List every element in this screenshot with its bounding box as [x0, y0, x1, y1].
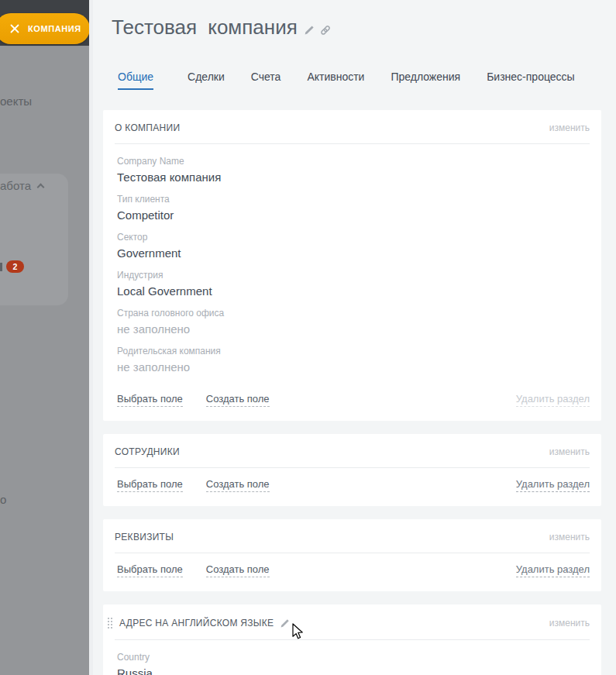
edit-title-pencil-icon[interactable] — [305, 25, 315, 35]
tab-invoices[interactable]: Счета — [251, 71, 281, 90]
drag-handle-icon[interactable] — [107, 617, 113, 629]
sidebar-text-fragment — [0, 263, 2, 271]
page-title: Тестовая компания — [112, 15, 298, 40]
edit-section-link[interactable]: изменить — [549, 446, 590, 457]
section-title: СОТРУДНИКИ — [115, 446, 180, 457]
create-field-link[interactable]: Создать поле — [206, 393, 270, 407]
section-header: АДРЕС НА АНГЛИЙСКОМ ЯЗЫКЕ изменить — [103, 604, 601, 639]
field-country: Country Russia — [117, 652, 590, 675]
field-value: Government — [117, 246, 590, 260]
sidebar-item-fragment: о — [0, 493, 6, 506]
section-title: АДРЕС НА АНГЛИЙСКОМ ЯЗЫКЕ — [119, 618, 274, 629]
tab-bar: Общие Сделки Счета Активности Предложени… — [118, 71, 616, 90]
section-header: СОТРУДНИКИ изменить — [103, 434, 601, 467]
field-label: Тип клиента — [117, 194, 590, 205]
section-header: РЕКВИЗИТЫ изменить — [103, 519, 601, 553]
sidebar-item-mywork-label: абота — [0, 179, 31, 192]
section-employees: СОТРУДНИКИ изменить Выбрать поле Создать… — [103, 434, 601, 506]
field-label: Индустрия — [117, 270, 590, 281]
create-field-link[interactable]: Создать поле — [206, 478, 270, 492]
section-about-company: О КОМПАНИИ изменить Company Name Тестова… — [103, 110, 601, 421]
field-value-empty: не заполнено — [117, 360, 590, 374]
delete-section-link[interactable]: Удалить раздел — [516, 393, 590, 407]
page-title-row: Тестовая компания — [112, 15, 616, 40]
section-header: О КОМПАНИИ изменить — [103, 110, 601, 143]
field-list: Company Name Тестовая компания Тип клиен… — [103, 144, 601, 385]
field-value-empty: не заполнено — [117, 322, 590, 336]
tab-deals[interactable]: Сделки — [188, 71, 225, 90]
field-list: Country Russia — [103, 640, 601, 675]
section-requisites: РЕКВИЗИТЫ изменить Выбрать поле Создать … — [103, 519, 601, 591]
section-footer: Выбрать поле Создать поле Удалить раздел — [103, 385, 601, 421]
delete-section-link[interactable]: Удалить раздел — [516, 478, 590, 492]
edit-section-link[interactable]: изменить — [549, 618, 590, 629]
create-field-link[interactable]: Создать поле — [206, 563, 270, 577]
delete-section-link[interactable]: Удалить раздел — [516, 563, 590, 577]
field-label: Country — [117, 652, 590, 663]
section-title: О КОМПАНИИ — [115, 122, 180, 133]
overlay-button-label: КОМПАНИЯ — [28, 24, 81, 33]
sidebar-widget-panel — [0, 174, 68, 305]
field-value: Russia — [117, 666, 590, 675]
select-field-link[interactable]: Выбрать поле — [117, 393, 183, 407]
field-label: Сектор — [117, 232, 590, 243]
section-address-english: АДРЕС НА АНГЛИЙСКОМ ЯЗЫКЕ изменить Count… — [103, 604, 601, 675]
field-value: Тестовая компания — [117, 170, 590, 184]
sidebar-item-mywork-fragment: абота — [0, 179, 43, 192]
sidebar-item-projects-fragment: оекты — [0, 95, 32, 108]
select-field-link[interactable]: Выбрать поле — [117, 563, 183, 577]
copy-link-icon[interactable] — [320, 25, 331, 36]
field-value: Local Government — [117, 284, 590, 298]
field-parent-company: Родительская компания не заполнено — [117, 346, 590, 374]
edit-section-link[interactable]: изменить — [549, 532, 590, 542]
section-footer: Выбрать поле Создать поле Удалить раздел — [103, 468, 601, 506]
tab-business-processes[interactable]: Бизнес-процессы — [487, 71, 574, 90]
company-overlay-close-button[interactable]: КОМПАНИЯ — [0, 13, 90, 44]
tab-general[interactable]: Общие — [118, 71, 153, 90]
tab-quotes[interactable]: Предложения — [391, 71, 460, 90]
close-icon[interactable] — [10, 24, 19, 33]
field-sector: Сектор Government — [117, 232, 590, 260]
field-label: Страна головного офиса — [117, 308, 590, 319]
field-label: Родительская компания — [117, 346, 590, 356]
section-footer: Выбрать поле Создать поле Удалить раздел — [103, 553, 601, 591]
field-label: Company Name — [117, 156, 590, 167]
edit-section-link[interactable]: изменить — [549, 122, 590, 133]
section-cards: О КОМПАНИИ изменить Company Name Тестова… — [93, 110, 616, 675]
company-detail-panel: Тестовая компания Общие Сделки Счета Акт… — [93, 0, 616, 675]
field-hq-country: Страна головного офиса не заполнено — [117, 308, 590, 336]
chevron-up-icon — [37, 184, 45, 191]
field-industry: Индустрия Local Government — [117, 270, 590, 298]
notification-count-badge: 2 — [6, 260, 24, 273]
field-client-type: Тип клиента Competitor — [117, 194, 590, 222]
edit-section-title-pencil-icon[interactable] — [280, 618, 290, 628]
select-field-link[interactable]: Выбрать поле — [117, 478, 183, 492]
section-title: РЕКВИЗИТЫ — [115, 532, 174, 542]
field-company-name: Company Name Тестовая компания — [117, 156, 590, 184]
tab-activities[interactable]: Активности — [307, 71, 364, 90]
field-value: Competitor — [117, 208, 590, 222]
background-sidebar: КОМПАНИЯ оекты абота 2 о — [0, 0, 89, 675]
